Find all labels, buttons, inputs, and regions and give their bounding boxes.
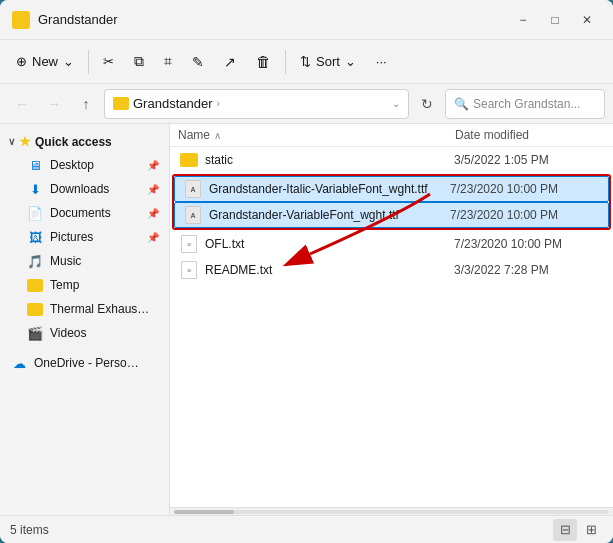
new-button[interactable]: ⊕ New ⌄ [8,46,82,78]
window-title: Grandstander [38,12,509,27]
more-icon: ··· [376,54,387,69]
copy-icon: ⧉ [134,53,144,70]
pin-icon: 📌 [147,160,159,171]
sort-button[interactable]: ⇅ Sort ⌄ [292,46,364,78]
forward-button[interactable]: → [40,90,68,118]
paste-button[interactable]: ⌗ [156,46,180,78]
items-count: 5 items [10,523,49,537]
search-icon: 🔍 [454,97,469,111]
new-label: New [32,54,58,69]
scrollbar-track [174,510,609,514]
list-view-button[interactable]: ⊟ [553,519,577,541]
readme-txt-icon: ≡ [179,262,199,278]
file-content-wrapper: Name ∧ Date modified static 3/5/2022 1:0… [170,124,613,515]
sidebar-item-pictures[interactable]: 🖼 Pictures 📌 [2,225,167,249]
sidebar-item-downloads-label: Downloads [50,182,109,196]
sidebar-item-documents-label: Documents [50,206,111,220]
plus-icon: ⊕ [16,54,27,69]
sidebar-item-documents[interactable]: 📄 Documents 📌 [2,201,167,225]
file-name-ttf-italic: Grandstander-Italic-VariableFont_wght.tt… [209,182,450,196]
file-date-ttf-regular: 7/23/2020 10:00 PM [450,208,600,222]
back-icon: ← [15,96,29,112]
paste-icon: ⌗ [164,53,172,70]
share-button[interactable]: ↗ [216,46,244,78]
toolbar: ⊕ New ⌄ ✂ ⧉ ⌗ ✎ ↗ 🗑 ⇅ Sort ⌄ ··· [0,40,613,84]
delete-button[interactable]: 🗑 [248,46,279,78]
scrollbar-thumb [174,510,234,514]
pictures-icon: 🖼 [26,228,44,246]
horizontal-scrollbar[interactable] [170,507,613,515]
separator-1 [88,50,89,74]
sidebar-quick-access-header[interactable]: ∨ ★ Quick access [0,130,169,153]
file-date-static: 3/5/2022 1:05 PM [454,153,604,167]
file-name-static: static [205,153,454,167]
sidebar-item-temp[interactable]: Temp [2,273,167,297]
sort-arrow-icon: ∧ [214,130,221,141]
file-row-ttf-regular[interactable]: A Grandstander-VariableFont_wght.ttf 7/2… [174,202,609,228]
sidebar-item-videos-label: Videos [50,326,86,340]
path-folder-icon [113,97,129,110]
pin-icon-pictures: 📌 [147,232,159,243]
file-date-ofl: 7/23/2020 10:00 PM [454,237,604,251]
file-name-readme: README.txt [205,263,454,277]
sidebar-item-downloads[interactable]: ⬇ Downloads 📌 [2,177,167,201]
file-row-readme[interactable]: ≡ README.txt 3/3/2022 7:28 PM [170,257,613,283]
search-box[interactable]: 🔍 Search Grandstan... [445,89,605,119]
path-folder-name: Grandstander [133,96,213,111]
back-button[interactable]: ← [8,90,36,118]
sidebar-item-music-label: Music [50,254,81,268]
ofl-txt-icon: ≡ [179,236,199,252]
path-dropdown-icon: ⌄ [392,98,400,109]
file-row-static[interactable]: static 3/5/2022 1:05 PM [170,147,613,173]
file-date-ttf-italic: 7/23/2020 10:00 PM [450,182,600,196]
column-date-header: Date modified [455,128,605,142]
rename-button[interactable]: ✎ [184,46,212,78]
grid-view-icon: ⊞ [586,522,597,537]
cut-button[interactable]: ✂ [95,46,122,78]
address-path[interactable]: Grandstander › ⌄ [104,89,409,119]
desktop-icon: 🖥 [26,156,44,174]
file-row-ttf-italic[interactable]: A Grandstander-Italic-VariableFont_wght.… [174,176,609,202]
title-bar-controls: − □ ✕ [509,6,601,34]
grid-view-button[interactable]: ⊞ [579,519,603,541]
sort-arrows-icon: ⇅ [300,54,311,69]
cut-icon: ✂ [103,54,114,69]
downloads-icon: ⬇ [26,180,44,198]
window-icon [12,11,30,29]
minimize-button[interactable]: − [509,6,537,34]
sidebar-item-onedrive[interactable]: ☁ OneDrive - Perso… [2,351,167,375]
file-date-readme: 3/3/2022 7:28 PM [454,263,604,277]
temp-folder-icon [26,276,44,294]
onedrive-icon: ☁ [10,354,28,372]
chevron-down-icon: ∨ [8,136,15,147]
sidebar-quick-access-section: ∨ ★ Quick access 🖥 Desktop 📌 ⬇ Downloads… [0,128,169,347]
path-chevron: › [217,98,220,109]
file-name-ttf-regular: Grandstander-VariableFont_wght.ttf [209,208,450,222]
sidebar-item-music[interactable]: 🎵 Music [2,249,167,273]
sidebar-item-desktop-label: Desktop [50,158,94,172]
copy-button[interactable]: ⧉ [126,46,152,78]
sidebar: ∨ ★ Quick access 🖥 Desktop 📌 ⬇ Downloads… [0,124,170,515]
videos-icon: 🎬 [26,324,44,342]
column-name-header: Name ∧ [178,128,455,142]
file-row-ofl[interactable]: ≡ OFL.txt 7/23/2020 10:00 PM [170,231,613,257]
documents-icon: 📄 [26,204,44,222]
sort-chevron-icon: ⌄ [345,54,356,69]
up-button[interactable]: ↑ [72,90,100,118]
refresh-button[interactable]: ↻ [413,90,441,118]
pin-icon-downloads: 📌 [147,184,159,195]
sidebar-item-thermal-label: Thermal Exhaus… [50,302,149,316]
maximize-button[interactable]: □ [541,6,569,34]
sidebar-item-videos[interactable]: 🎬 Videos [2,321,167,345]
close-button[interactable]: ✕ [573,6,601,34]
main-content: ∨ ★ Quick access 🖥 Desktop 📌 ⬇ Downloads… [0,124,613,515]
more-button[interactable]: ··· [368,46,395,78]
sidebar-item-thermal[interactable]: Thermal Exhaus… [2,297,167,321]
sidebar-item-desktop[interactable]: 🖥 Desktop 📌 [2,153,167,177]
star-icon: ★ [19,134,31,149]
list-view-icon: ⊟ [560,522,571,537]
view-buttons: ⊟ ⊞ [553,519,603,541]
up-icon: ↑ [83,96,90,112]
pin-icon-documents: 📌 [147,208,159,219]
new-chevron: ⌄ [63,54,74,69]
